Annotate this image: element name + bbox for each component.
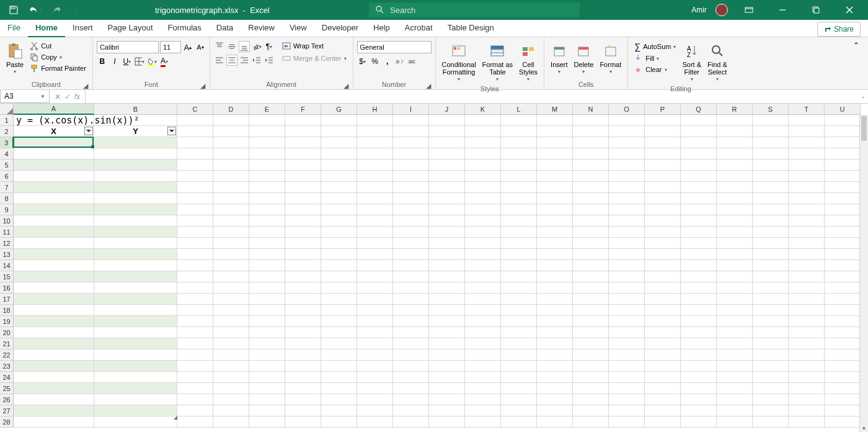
cell-B25[interactable] xyxy=(94,383,177,394)
cell-U11[interactable] xyxy=(825,227,861,238)
cell-O3[interactable] xyxy=(609,137,645,148)
cell-I7[interactable] xyxy=(393,182,429,193)
cell-D20[interactable] xyxy=(213,327,249,338)
cell-A17[interactable] xyxy=(14,294,94,305)
tab-review[interactable]: Review xyxy=(241,19,282,37)
cell-F23[interactable] xyxy=(285,361,321,372)
cell-I26[interactable] xyxy=(393,394,429,405)
cell-F25[interactable] xyxy=(285,383,321,394)
cell-F4[interactable] xyxy=(285,148,321,160)
accounting-format-button[interactable]: $▾ xyxy=(357,56,368,67)
cell-D7[interactable] xyxy=(213,182,249,193)
cell-U9[interactable] xyxy=(825,204,861,215)
cell-D26[interactable] xyxy=(213,394,249,405)
cell-T12[interactable] xyxy=(789,238,825,249)
cell-N15[interactable] xyxy=(573,271,609,282)
cell-D4[interactable] xyxy=(213,148,249,160)
cell-H3[interactable] xyxy=(357,137,393,148)
cell-A11[interactable] xyxy=(14,227,94,238)
cell-B20[interactable] xyxy=(94,327,177,338)
cell-H9[interactable] xyxy=(357,204,393,215)
cell-D3[interactable] xyxy=(213,137,249,148)
cell-L19[interactable] xyxy=(501,316,537,327)
cell-E15[interactable] xyxy=(249,271,285,282)
column-header-B[interactable]: B xyxy=(94,104,177,115)
enter-formula-button[interactable]: ✓ xyxy=(64,92,71,101)
text-direction-button[interactable]: ¶▾ xyxy=(264,41,275,52)
cell-H27[interactable] xyxy=(357,405,393,416)
cell-J18[interactable] xyxy=(429,305,465,316)
cell-N1[interactable] xyxy=(573,115,609,126)
cell-C21[interactable] xyxy=(177,338,213,349)
cell-A8[interactable] xyxy=(14,193,94,204)
cell-K23[interactable] xyxy=(465,361,501,372)
cell-S8[interactable] xyxy=(753,193,789,204)
cell-G25[interactable] xyxy=(321,383,357,394)
cell-H12[interactable] xyxy=(357,238,393,249)
cell-J26[interactable] xyxy=(429,394,465,405)
row-header-17[interactable]: 17 xyxy=(0,294,14,305)
tab-acrobat[interactable]: Acrobat xyxy=(397,19,440,37)
cell-O27[interactable] xyxy=(609,405,645,416)
cell-B9[interactable] xyxy=(94,204,177,215)
cell-P2[interactable] xyxy=(645,126,681,137)
cell-H13[interactable] xyxy=(357,249,393,260)
cell-P16[interactable] xyxy=(645,282,681,294)
cell-J12[interactable] xyxy=(429,238,465,249)
cell-F19[interactable] xyxy=(285,316,321,327)
cell-F9[interactable] xyxy=(285,204,321,215)
cell-P26[interactable] xyxy=(645,394,681,405)
cell-B7[interactable] xyxy=(94,182,177,193)
cell-K22[interactable] xyxy=(465,349,501,361)
cell-O5[interactable] xyxy=(609,160,645,171)
cell-R3[interactable] xyxy=(717,137,753,148)
cell-M3[interactable] xyxy=(537,137,573,148)
cell-K20[interactable] xyxy=(465,327,501,338)
cell-T26[interactable] xyxy=(789,394,825,405)
cell-C3[interactable] xyxy=(177,137,213,148)
cell-H15[interactable] xyxy=(357,271,393,282)
cell-M14[interactable] xyxy=(537,260,573,271)
expand-formula-bar[interactable]: ⌄ xyxy=(858,90,868,103)
align-left-button[interactable] xyxy=(214,55,225,66)
cell-D18[interactable] xyxy=(213,305,249,316)
cell-T13[interactable] xyxy=(789,249,825,260)
cell-D11[interactable] xyxy=(213,227,249,238)
maximize-button[interactable] xyxy=(804,0,828,20)
search-box[interactable] xyxy=(369,2,580,17)
cell-Q2[interactable] xyxy=(681,126,717,137)
cell-E25[interactable] xyxy=(249,383,285,394)
row-header-16[interactable]: 16 xyxy=(0,282,14,294)
row-header-20[interactable]: 20 xyxy=(0,327,14,338)
cell-Q1[interactable] xyxy=(681,115,717,126)
cell-E19[interactable] xyxy=(249,316,285,327)
cell-K12[interactable] xyxy=(465,238,501,249)
cell-F20[interactable] xyxy=(285,327,321,338)
cell-P25[interactable] xyxy=(645,383,681,394)
cell-H16[interactable] xyxy=(357,282,393,294)
cell-R9[interactable] xyxy=(717,204,753,215)
cell-G1[interactable] xyxy=(321,115,357,126)
ribbon-display-options[interactable] xyxy=(737,0,761,20)
cell-C5[interactable] xyxy=(177,160,213,171)
cell-M7[interactable] xyxy=(537,182,573,193)
font-size-select[interactable] xyxy=(160,41,181,53)
cell-E1[interactable] xyxy=(249,115,285,126)
cell-O21[interactable] xyxy=(609,338,645,349)
cell-R28[interactable] xyxy=(717,416,753,428)
cell-H5[interactable] xyxy=(357,160,393,171)
cell-I23[interactable] xyxy=(393,361,429,372)
cell-K9[interactable] xyxy=(465,204,501,215)
cell-J16[interactable] xyxy=(429,282,465,294)
cell-A15[interactable] xyxy=(14,271,94,282)
column-header-K[interactable]: K xyxy=(465,104,501,115)
cell-S5[interactable] xyxy=(753,160,789,171)
minimize-button[interactable] xyxy=(770,0,795,20)
cell-R8[interactable] xyxy=(717,193,753,204)
cell-L23[interactable] xyxy=(501,361,537,372)
cell-N11[interactable] xyxy=(573,227,609,238)
cell-Q18[interactable] xyxy=(681,305,717,316)
cell-C11[interactable] xyxy=(177,227,213,238)
cell-A5[interactable] xyxy=(14,160,94,171)
cell-T4[interactable] xyxy=(789,148,825,160)
